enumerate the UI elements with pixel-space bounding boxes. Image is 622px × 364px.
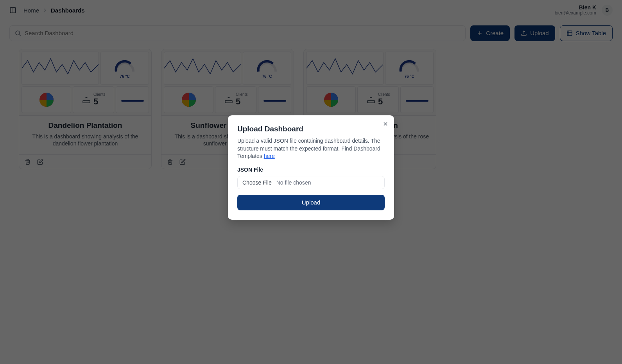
modal-close-button[interactable]	[382, 121, 389, 127]
close-icon	[382, 121, 389, 127]
dashboard-templates-link[interactable]: here	[264, 153, 275, 159]
modal-upload-button[interactable]: Upload	[237, 195, 385, 210]
modal-overlay[interactable]: Upload Dashboard Upload a valid JSON fil…	[0, 0, 622, 364]
modal-description-text: Upload a valid JSON file containing dash…	[237, 138, 380, 159]
choose-file-label: Choose File	[242, 179, 272, 186]
file-placeholder: No file chosen	[276, 179, 311, 186]
upload-dashboard-modal: Upload Dashboard Upload a valid JSON fil…	[228, 115, 394, 220]
modal-description: Upload a valid JSON file containing dash…	[237, 137, 385, 160]
json-file-label: JSON File	[237, 167, 385, 173]
modal-title: Upload Dashboard	[237, 125, 385, 133]
file-input[interactable]: Choose File No file chosen	[237, 176, 385, 189]
